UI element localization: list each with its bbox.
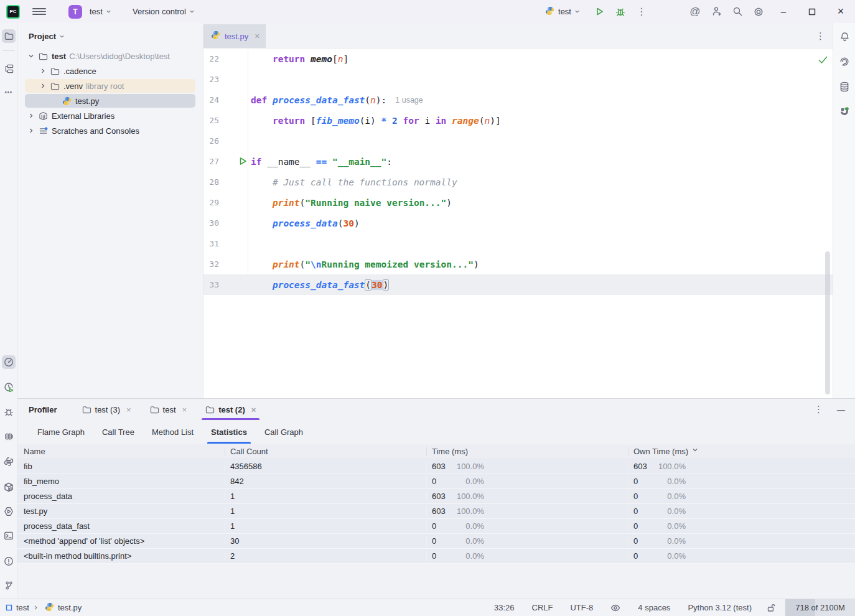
close-icon[interactable]: × xyxy=(126,405,131,414)
tree-item-test-py[interactable]: test.py xyxy=(17,93,203,108)
code-line-24[interactable]: 24def process_data_fast(n):1 usage xyxy=(203,90,833,110)
chevron-right-icon[interactable] xyxy=(40,83,46,89)
plugins-update-icon[interactable] xyxy=(838,105,851,118)
code-line-31[interactable]: 31 xyxy=(203,233,833,254)
code-area[interactable]: 22 return memo[n]2324def process_data_fa… xyxy=(203,49,833,398)
close-icon[interactable]: × xyxy=(251,405,256,414)
project-panel-header[interactable]: Project xyxy=(17,23,203,47)
memory-indicator[interactable]: 718 of 2100M xyxy=(785,599,855,616)
debug-tool-icon[interactable] xyxy=(2,405,16,419)
reader-mode-icon[interactable] xyxy=(602,599,629,616)
project-tree: test C:\Users\didog\Desktop\test.cadence… xyxy=(17,49,203,138)
tab-options-icon[interactable]: ⋮ xyxy=(816,23,825,49)
table-row[interactable]: fib4356586603100.0%603100.0% xyxy=(17,459,855,474)
tree-item-scratches-and-consoles[interactable]: Scratches and Consoles xyxy=(17,123,203,138)
problems-tool-icon[interactable] xyxy=(2,554,16,568)
line-ending-widget[interactable]: CRLF xyxy=(523,599,562,616)
close-button[interactable]: × xyxy=(826,0,855,23)
table-row[interactable]: test.py1603100.0%00.0% xyxy=(17,504,855,519)
search-everywhere-button[interactable] xyxy=(727,0,748,23)
code-line-29[interactable]: 29 print("Running naive version...") xyxy=(203,192,833,213)
subtab-statistics[interactable]: Statistics xyxy=(202,420,256,444)
code-with-me-button[interactable] xyxy=(706,0,727,23)
inspections-ok-icon[interactable] xyxy=(818,56,828,64)
table-row[interactable]: process_data_fast100.0%00.0% xyxy=(17,519,855,534)
profiler-hide-icon[interactable]: — xyxy=(837,405,845,414)
services-tool-icon[interactable] xyxy=(2,429,16,443)
maximize-button[interactable] xyxy=(798,0,826,23)
profiler-tab-test-2-[interactable]: test (2)× xyxy=(202,399,259,420)
python-packages-tool-icon[interactable] xyxy=(2,455,16,469)
code-line-30[interactable]: 30 process_data(30) xyxy=(203,213,833,233)
debug-button[interactable] xyxy=(610,0,631,23)
close-icon[interactable]: × xyxy=(182,405,187,414)
notifications-bell-icon[interactable] xyxy=(838,30,851,44)
table-row[interactable]: fib_memo84200.0%00.0% xyxy=(17,474,855,489)
code-line-32[interactable]: 32 print("\nRunning memoized version..."… xyxy=(203,254,833,274)
column-header-name[interactable]: Name xyxy=(17,447,225,456)
subtab-call-tree[interactable]: Call Tree xyxy=(93,420,143,444)
column-header-time[interactable]: Time (ms) xyxy=(426,447,628,456)
stripe-divider xyxy=(2,50,15,51)
encoding-widget[interactable]: UTF-8 xyxy=(561,599,602,616)
more-actions-button[interactable]: ⋮ xyxy=(631,0,652,23)
profiler-options-icon[interactable]: ⋮ xyxy=(814,404,823,415)
tree-item-label: .venv xyxy=(63,82,83,91)
profiler-tab-test[interactable]: test× xyxy=(146,399,191,420)
project-selector[interactable]: test xyxy=(90,7,111,16)
column-header-call-count[interactable]: Call Count xyxy=(225,447,426,456)
table-row[interactable]: <built-in method builtins.print>200.0%00… xyxy=(17,549,855,564)
code-line-27[interactable]: 27if __name__ == "__main__": xyxy=(203,151,833,172)
version-control-tool-icon[interactable] xyxy=(2,579,16,592)
run-with-profiler-icon[interactable] xyxy=(2,380,16,394)
breadcrumb-project[interactable]: test xyxy=(16,603,29,612)
project-tool-icon[interactable] xyxy=(2,29,16,43)
subtab-flame-graph[interactable]: Flame Graph xyxy=(29,420,93,444)
interpreter-widget[interactable]: Python 3.12 (test) xyxy=(679,599,760,616)
code-line-33[interactable]: 33 process_data_fast(30) xyxy=(203,274,833,295)
cell-name: fib xyxy=(17,462,225,471)
structure-tool-icon[interactable] xyxy=(2,62,16,75)
chevron-right-icon[interactable] xyxy=(40,68,46,74)
code-line-28[interactable]: 28 # Just call the functions normally xyxy=(203,172,833,192)
ai-assistant-button[interactable]: @ xyxy=(684,0,706,23)
run-config-selector[interactable]: test xyxy=(558,7,580,16)
run-button[interactable] xyxy=(589,0,610,23)
run-line-icon[interactable] xyxy=(239,157,247,166)
terminal-tool-icon[interactable] xyxy=(2,529,16,543)
lock-icon[interactable] xyxy=(760,599,782,616)
tree-item-test[interactable]: test C:\Users\didog\Desktop\test xyxy=(17,49,203,63)
tab-test-py[interactable]: test.py × xyxy=(203,24,266,48)
code-line-23[interactable]: 23 xyxy=(203,69,833,90)
code-line-25[interactable]: 25 return [fib_memo(i) * 2 for i in rang… xyxy=(203,110,833,131)
chevron-right-icon[interactable] xyxy=(28,128,34,134)
tree-item--venv[interactable]: .venv library root xyxy=(17,78,203,93)
more-tool-windows-icon[interactable]: ⋯ xyxy=(2,85,16,99)
main-menu-button[interactable] xyxy=(32,5,46,19)
tree-item--cadence[interactable]: .cadence xyxy=(17,63,203,78)
ai-assistant-icon[interactable] xyxy=(838,55,851,68)
chevron-right-icon[interactable] xyxy=(28,113,34,119)
table-row[interactable]: process_data1603100.0%00.0% xyxy=(17,489,855,504)
tab-close-icon[interactable]: × xyxy=(255,31,259,41)
editor-scrollbar[interactable] xyxy=(825,251,830,394)
minimize-button[interactable]: – xyxy=(769,0,798,23)
column-header-own-time[interactable]: Own Time (ms) xyxy=(628,447,830,456)
database-icon[interactable] xyxy=(838,80,851,93)
tree-item-external-libraries[interactable]: External Libraries xyxy=(17,108,203,123)
subtab-method-list[interactable]: Method List xyxy=(143,420,202,444)
profiler-tool-icon[interactable] xyxy=(2,355,16,369)
chevron-down-icon[interactable] xyxy=(28,53,34,59)
code-line-22[interactable]: 22 return memo[n] xyxy=(203,49,833,69)
code-line-26[interactable]: 26 xyxy=(203,131,833,151)
indent-widget[interactable]: 4 spaces xyxy=(629,599,679,616)
vcs-widget[interactable]: Version control xyxy=(133,7,195,16)
profiler-tab-test-3-[interactable]: test (3)× xyxy=(78,399,135,420)
breadcrumb-file[interactable]: test.py xyxy=(58,603,82,612)
subtab-call-graph[interactable]: Call Graph xyxy=(256,420,312,444)
settings-button[interactable] xyxy=(748,0,769,23)
caret-position-widget[interactable]: 33:26 xyxy=(485,599,523,616)
python-console-tool-icon[interactable] xyxy=(2,480,16,494)
run-tool-icon[interactable] xyxy=(2,505,16,518)
table-row[interactable]: <method 'append' of 'list' objects>3000.… xyxy=(17,534,855,549)
